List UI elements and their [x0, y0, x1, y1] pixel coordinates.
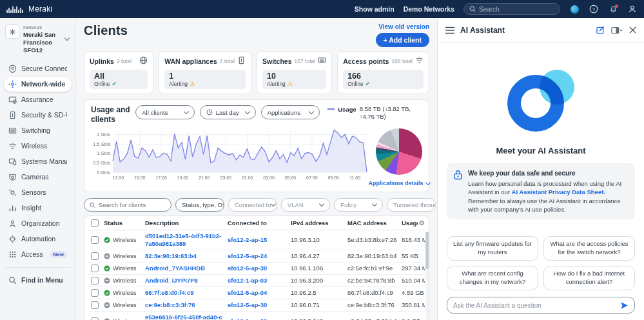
summary-card-wan-appliances[interactable]: WAN appliances2 total 1 Alerting ⚠ [159, 51, 251, 94]
sidebar-item-systems-manager[interactable]: Systems Manager [4, 154, 72, 169]
client-description-link[interactable]: Android_7YASHHDB [145, 265, 228, 272]
sidebar-item-automation[interactable]: Automation [4, 232, 72, 246]
column-description[interactable]: Description [145, 219, 228, 226]
network-selector[interactable]: Network Meraki San Francisco SFO12 [4, 23, 72, 61]
connected-to-link[interactable]: sfo12-5-ap-24 [228, 252, 291, 260]
suggestion-chip[interactable]: How do I fix a bad internet connection a… [543, 266, 635, 290]
usage-value: 2.1 GB [402, 317, 425, 320]
close-icon[interactable] [629, 26, 636, 34]
table-row[interactable]: Wireless Android_7YASHHDB sfo12-5-ap-30 … [88, 263, 425, 275]
sidebar-item-switching[interactable]: Switching [4, 123, 72, 138]
applications-filter-select[interactable]: Applications [261, 105, 320, 119]
suggestion-chip[interactable]: List any firmware updates for my routers [447, 236, 538, 261]
summary-card-switches[interactable]: Switches157 total 10 Alerting ⚠ [257, 51, 332, 94]
account-icon[interactable] [627, 4, 638, 14]
region-status-icon[interactable] [569, 4, 580, 14]
period-filter-select[interactable]: Last day [200, 105, 256, 119]
column-connected-to[interactable]: Connected to [228, 219, 291, 226]
summary-card-access-points[interactable]: Access points168 total 166 Online ✔ [337, 51, 429, 94]
connected-to-link[interactable]: sfo12-5-ap-30 [228, 301, 291, 309]
connected-to-link[interactable]: sfo12-1-ap-09-gym [228, 317, 291, 320]
table-row[interactable]: Wireless 66:7f:e8:d0:f4:c9 sfo12-5-ap-04… [88, 287, 425, 299]
client-description-link[interactable]: e53e6616-6f25-450f-ad40-c8228ae3f0e7 [145, 314, 228, 320]
sidebar-item-label: Systems Manager [21, 157, 67, 165]
table-row[interactable]: Wireless e53e6616-6f25-450f-ad40-c8228ae… [88, 312, 425, 320]
menu-icon[interactable] [445, 26, 454, 34]
connected-to-link[interactable]: sfo12-1-ap-03 [228, 277, 291, 285]
column-usage[interactable]: Usage [402, 219, 418, 226]
connected-to-link[interactable]: sfo12-2-ap-15 [228, 236, 291, 244]
column-ipv4[interactable]: IPv4 address [291, 219, 347, 226]
applications-details-link[interactable]: Applications details [368, 180, 429, 186]
sdwan-icon [8, 111, 17, 119]
sidebar-item-sensors[interactable]: Sensors [4, 185, 72, 200]
ask-question-input[interactable] [453, 302, 616, 309]
row-checkbox[interactable] [91, 301, 99, 309]
sidebar-item-insight[interactable]: Insight [4, 201, 72, 215]
connected-to-link[interactable]: sfo12-5-ap-04 [228, 289, 291, 297]
dock-panel-icon[interactable] [611, 26, 623, 34]
column-status[interactable]: Status [104, 219, 145, 226]
row-checkbox[interactable] [91, 236, 99, 244]
column-mac[interactable]: MAC address [347, 219, 402, 226]
demo-networks-link[interactable]: Demo Networks [404, 5, 454, 13]
select-all-checkbox[interactable] [91, 219, 99, 227]
sidebar-item-assurance[interactable]: Assurance [4, 92, 72, 107]
client-description-link[interactable]: Android_IJYPI7P8 [145, 277, 228, 285]
row-checkbox[interactable] [91, 317, 99, 320]
summary-card-uplinks[interactable]: Uplinks2 total All Online ✔ [84, 51, 153, 94]
sidebar-item-secure-connect[interactable]: Secure Connect [4, 61, 72, 76]
new-chat-icon[interactable] [596, 26, 605, 34]
table-row[interactable]: Wireless Android_IJYPI7P8 sfo12-1-ap-03 … [88, 275, 425, 287]
column-settings-gear-icon[interactable]: ⚙ [419, 219, 425, 226]
client-description-link[interactable]: ce:9e:b8:c3:3f:76 [145, 301, 228, 309]
global-search-input[interactable]: Search [463, 3, 560, 15]
table-row[interactable]: Wireless d501ed12-31e5-4df3-91b2-7a50a98… [88, 230, 425, 250]
svg-text:13:00: 13:00 [113, 175, 124, 180]
add-client-button[interactable]: + Add client [376, 33, 429, 47]
filter-status-type-os[interactable]: Status, type, OS [175, 198, 224, 212]
client-description-link[interactable]: d501ed12-31e5-4df3-91b2-7a50a981a389 [145, 232, 228, 248]
clients-table: Status Description Connected to IPv4 add… [84, 215, 429, 320]
sidebar-item-label: Organization [21, 219, 60, 227]
send-icon[interactable] [620, 301, 629, 310]
help-icon[interactable]: ? [589, 4, 599, 14]
client-description-link[interactable]: 66:7f:e8:d0:f4:c9 [145, 289, 228, 297]
sensor-icon [8, 188, 17, 197]
client-search-input[interactable] [99, 201, 166, 208]
meraki-brand[interactable]: Meraki [28, 5, 52, 14]
suggestion-chip[interactable]: What are the access policies for the swi… [543, 236, 635, 261]
show-admin-link[interactable]: Show admin [355, 5, 395, 13]
usage-legend-value: 8.58 TB (↓3.82 TB, ↑4.76 TB) [360, 105, 422, 121]
clients-filter-select[interactable]: All clients [135, 105, 194, 119]
table-row[interactable]: Wireless 82:3e:90:19:63:b4 sfo12-5-ap-24… [88, 250, 425, 263]
row-checkbox[interactable] [91, 277, 99, 285]
table-scrollbar[interactable] [425, 232, 429, 320]
filter-policy[interactable]: Policy [334, 198, 383, 212]
sidebar-item-wireless[interactable]: Wireless [4, 139, 72, 154]
sidebar-item-cameras[interactable]: Cameras [4, 170, 72, 185]
row-checkbox[interactable] [91, 289, 99, 297]
filter-connected-to[interactable]: Connected to [228, 198, 277, 212]
filter-tunneled-through[interactable]: Tunneled through [387, 198, 436, 212]
find-in-menu[interactable]: Find in Menu [4, 273, 72, 288]
suggestion-chip[interactable]: What are recent config changes in my net… [447, 266, 538, 290]
table-row[interactable]: Wireless ce:9e:b8:c3:3f:76 sfo12-5-ap-30… [88, 299, 425, 312]
mac-address: c2:be:94:78:f8:8b [347, 277, 402, 284]
row-checkbox[interactable] [91, 252, 99, 260]
connected-to-link[interactable]: sfo12-5-ap-30 [228, 265, 291, 272]
card-title: Access points [343, 57, 389, 65]
notifications-bell-icon[interactable] [608, 4, 618, 14]
privacy-datasheet-link[interactable]: AI Assistant Privacy Data Sheet. [512, 188, 605, 195]
view-old-version-link[interactable]: View old version [378, 23, 429, 30]
ask-question-box[interactable] [447, 297, 635, 314]
client-description-link[interactable]: 82:3e:90:19:63:b4 [145, 252, 228, 260]
ipv4-address: 10.96.4.27 [291, 252, 347, 259]
client-search-box[interactable] [84, 198, 171, 212]
sidebar-item-organization[interactable]: Organization [4, 216, 72, 231]
row-checkbox[interactable] [91, 265, 99, 272]
sidebar-item-network-wide[interactable]: Network-wide [4, 77, 72, 92]
sidebar-item-access-manager[interactable]: Access ManagerNew [4, 247, 72, 262]
filter-vlan[interactable]: VLAN [281, 198, 330, 212]
sidebar-item-security-sd-wan[interactable]: Security & SD-WAN [4, 108, 72, 123]
